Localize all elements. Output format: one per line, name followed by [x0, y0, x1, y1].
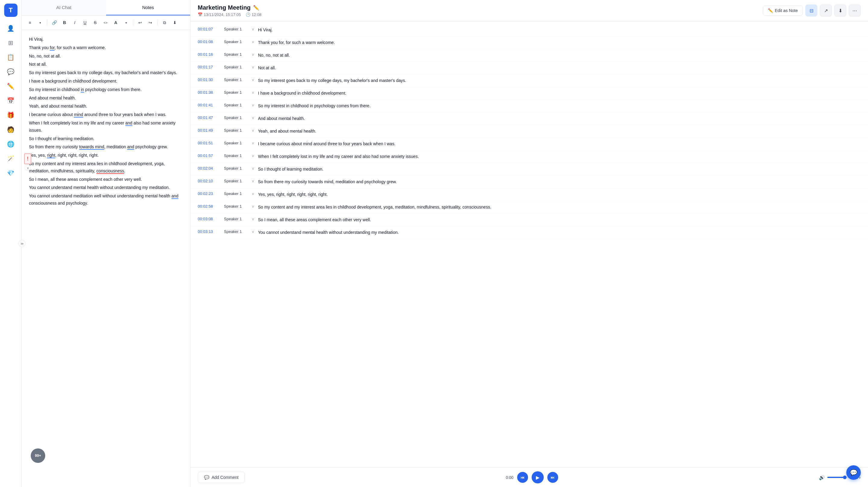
table-row[interactable]: 00:01:16 Speaker 1 ∨ No, no, not at all. — [190, 49, 868, 62]
sidebar-item-grid[interactable]: ⊞ — [4, 36, 18, 50]
text-color-chevron-button[interactable]: ▾ — [121, 18, 130, 27]
transcript-time: 00:01:57 — [198, 153, 220, 158]
code-button[interactable]: <> — [101, 18, 110, 27]
sidebar-item-wand[interactable]: 🪄 — [4, 152, 18, 165]
editor-line-11: When I felt completely lost in my life a… — [29, 120, 183, 134]
table-row[interactable]: 00:02:10 Speaker 1 ∨ So from there my cu… — [190, 176, 868, 188]
table-row[interactable]: 00:03:08 Speaker 1 ∨ So I mean, all thes… — [190, 214, 868, 226]
transcript-time: 00:01:51 — [198, 141, 220, 145]
download-icon-button[interactable]: ⬇ — [834, 4, 846, 17]
more-options-button[interactable]: ⋯ — [849, 4, 861, 17]
editor-content[interactable]: Hi Viraj. Thank you for, for such a warm… — [22, 30, 190, 487]
table-row[interactable]: 00:01:49 Speaker 1 ∨ Yeah, and about men… — [190, 125, 868, 138]
tab-ai-chat[interactable]: AI Chat — [22, 0, 106, 16]
player-controls: 0:00 ⏮ ▶ ⏭ — [250, 471, 814, 483]
bottom-bar: 💬 Add Comment 0:00 ⏮ ▶ ⏭ 🔊 1x ∨ — [190, 467, 868, 487]
align-button[interactable]: ≡ — [25, 18, 34, 27]
transcript-text: Yeah, and about mental health. — [258, 128, 861, 134]
editor-line-12: So I thought of learning meditation. — [29, 135, 183, 143]
expand-warning-btn[interactable]: ∨ — [25, 165, 31, 171]
transcript-list: 00:01:07 Speaker 1 ∨ Hi Viraj. 00:01:08 … — [190, 21, 868, 467]
transcript-time: 00:02:58 — [198, 204, 220, 209]
transcript-time: 00:02:04 — [198, 166, 220, 171]
sidebar-item-chat[interactable]: 💬 — [4, 65, 18, 78]
sidebar-item-person[interactable]: 🧑 — [4, 123, 18, 136]
redo-button[interactable]: ↪ — [146, 18, 155, 27]
edit-as-note-button[interactable]: ✏️ Edit as Note — [763, 5, 803, 16]
underline-button[interactable]: U — [81, 18, 90, 27]
table-row[interactable]: 00:02:23 Speaker 1 ∨ Yes, yes, right, ri… — [190, 188, 868, 201]
table-row[interactable]: 00:01:57 Speaker 1 ∨ When I felt complet… — [190, 150, 868, 163]
table-row[interactable]: 00:01:30 Speaker 1 ∨ So my interest goes… — [190, 74, 868, 87]
transcript-text: No, no, not at all. — [258, 52, 861, 58]
sidebar-item-diamond[interactable]: 💎 — [4, 166, 18, 180]
align-chevron-button[interactable]: ▾ — [36, 18, 44, 27]
table-row[interactable]: 00:01:08 Speaker 1 ∨ Thank you for, for … — [190, 36, 868, 49]
editor-line-8: And about mental health. — [29, 95, 183, 102]
play-button[interactable]: ▶ — [532, 471, 544, 483]
save-icon-button[interactable]: ⊟ — [805, 4, 817, 17]
table-row[interactable]: 00:01:17 Speaker 1 ∨ Not at all. — [190, 62, 868, 74]
sidebar-item-translate[interactable]: 🌐 — [4, 138, 18, 151]
warning-icon: ! — [24, 153, 31, 164]
share-icon-button[interactable]: ↗ — [820, 4, 832, 17]
sidebar-item-users[interactable]: 👤 — [4, 22, 18, 35]
add-comment-button[interactable]: 💬 Add Comment — [198, 471, 245, 483]
editor-line-13: So from there my curiosity towards mind,… — [29, 144, 183, 151]
volume-icon[interactable]: 🔊 — [819, 475, 825, 480]
transcript-speaker: Speaker 1 — [224, 153, 248, 158]
editor-line-4: Not at all. — [29, 61, 183, 68]
transcript-time: 00:01:30 — [198, 78, 220, 82]
chevron-down-icon: ∨ — [252, 27, 254, 31]
transcript-text: You cannot understand mental health with… — [258, 229, 861, 236]
transcript-text: I became curious about mind around three… — [258, 141, 861, 147]
transcript-time: 00:01:16 — [198, 52, 220, 57]
transcript-speaker: Speaker 1 — [224, 39, 248, 44]
editor-line-7: So my interest in childhood in psycholog… — [29, 86, 183, 93]
text-color-button[interactable]: A — [111, 18, 120, 27]
transcript-text: So I thought of learning meditation. — [258, 166, 861, 172]
italic-button[interactable]: I — [70, 18, 79, 27]
duration-meta: 🕐 12:08 — [246, 12, 261, 17]
chevron-down-icon: ∨ — [252, 192, 254, 196]
undo-button[interactable]: ↩ — [135, 18, 145, 27]
skip-forward-button[interactable]: ⏭ — [547, 472, 558, 483]
chevron-down-icon: ∨ — [252, 141, 254, 145]
table-row[interactable]: 00:01:07 Speaker 1 ∨ Hi Viraj. — [190, 24, 868, 36]
table-row[interactable]: 00:02:04 Speaker 1 ∨ So I thought of lea… — [190, 163, 868, 176]
chevron-down-icon: ∨ — [252, 179, 254, 183]
table-row[interactable]: 00:02:58 Speaker 1 ∨ So my content and m… — [190, 201, 868, 214]
edit-title-icon[interactable]: ✏️ — [253, 5, 259, 10]
sidebar-item-document[interactable]: 📋 — [4, 51, 18, 64]
download-button[interactable]: ⬇ — [170, 18, 179, 27]
table-row[interactable]: 00:03:13 Speaker 1 ∨ You cannot understa… — [190, 226, 868, 239]
tab-notes[interactable]: Notes — [106, 0, 190, 16]
sidebar-item-calendar[interactable]: 📅 — [4, 94, 18, 107]
table-row[interactable]: 00:01:51 Speaker 1 ∨ I became curious ab… — [190, 138, 868, 150]
sidebar-item-gift[interactable]: 🎁 — [4, 109, 18, 122]
strikethrough-button[interactable]: S — [91, 18, 100, 27]
table-row[interactable]: 00:01:38 Speaker 1 ∨ I have a background… — [190, 87, 868, 100]
editor-line-9: Yeah, and about mental health. — [29, 103, 183, 110]
transcript-header: Marketing Meeting ✏️ 📅 13/11/2024, 15:17… — [190, 0, 868, 21]
chevron-down-icon: ∨ — [252, 217, 254, 221]
chevron-down-icon: ∨ — [252, 40, 254, 44]
notification-badge[interactable]: 99+ — [31, 449, 45, 463]
table-row[interactable]: 00:01:41 Speaker 1 ∨ So my interest in c… — [190, 100, 868, 113]
transcript-text: So my interest in childhood in psycholog… — [258, 103, 861, 109]
transcript-speaker: Speaker 1 — [224, 52, 248, 57]
table-row[interactable]: 00:01:47 Speaker 1 ∨ And about mental he… — [190, 113, 868, 125]
chat-fab-button[interactable]: 💬 — [846, 465, 861, 480]
chevron-down-icon: ∨ — [252, 103, 254, 107]
bold-button[interactable]: B — [60, 18, 69, 27]
sidebar-item-edit[interactable]: ✏️ — [4, 80, 18, 93]
header-actions: ✏️ Edit as Note ⊟ ↗ ⬇ ⋯ — [763, 4, 861, 17]
sidebar-collapse-btn[interactable]: ≫ — [19, 240, 26, 247]
skip-back-button[interactable]: ⏮ — [517, 472, 528, 483]
copy-button[interactable]: ⧉ — [160, 18, 169, 27]
transcript-speaker: Speaker 1 — [224, 115, 248, 120]
editor-line-3: No, no, not at all. — [29, 53, 183, 60]
tab-bar: AI Chat Notes — [22, 0, 190, 16]
transcript-text: So my interest goes back to my college d… — [258, 78, 861, 84]
link-button[interactable]: 🔗 — [50, 18, 59, 27]
